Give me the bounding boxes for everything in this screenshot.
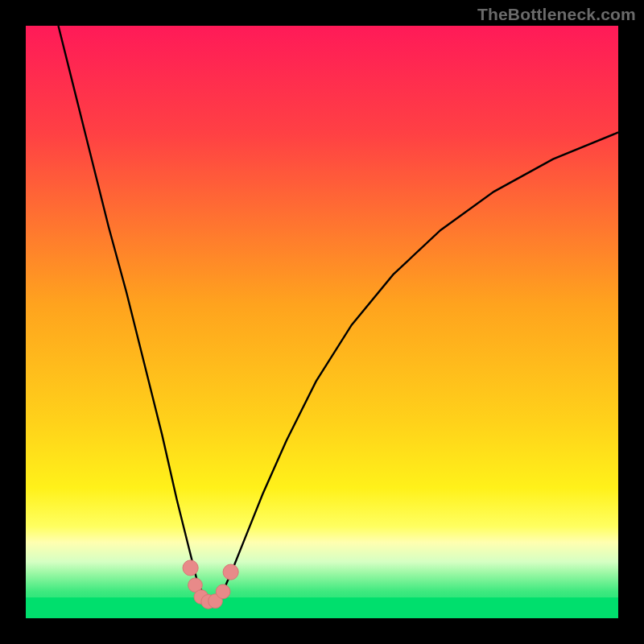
watermark-text: TheBottleneck.com <box>477 5 636 24</box>
gradient-background <box>26 26 618 618</box>
optimal-band <box>26 597 618 618</box>
curve-marker-0 <box>183 560 198 576</box>
chart-frame: TheBottleneck.com <box>0 0 644 644</box>
bottleneck-chart <box>26 26 618 618</box>
curve-marker-6 <box>223 564 238 580</box>
plot-area <box>26 26 618 618</box>
curve-marker-5 <box>216 584 230 599</box>
